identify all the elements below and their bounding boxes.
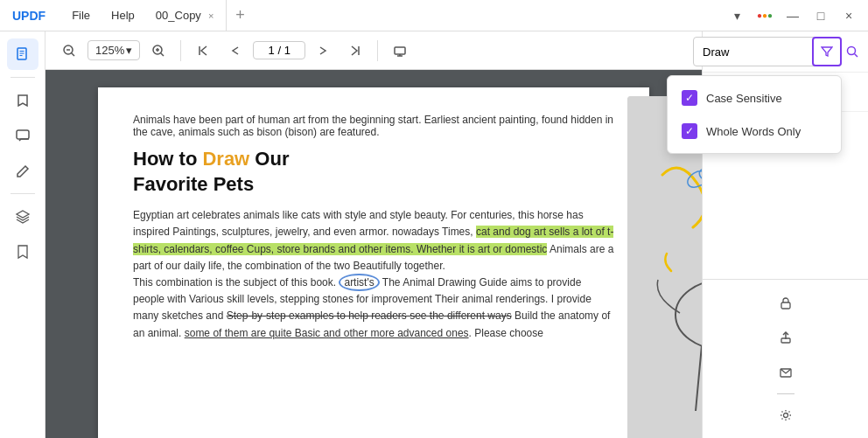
svg-rect-32 xyxy=(781,302,790,309)
filter-case-sensitive[interactable]: ✓ Case Sensitive xyxy=(668,81,841,115)
tab-close-button[interactable]: × xyxy=(206,9,215,23)
close-button[interactable]: × xyxy=(836,3,861,28)
search-row: ✓ Case Sensitive ✓ Whole Words Only xyxy=(703,31,868,73)
sidebar-divider-1 xyxy=(10,77,35,78)
toolbar-divider-2 xyxy=(377,40,378,61)
zoom-level: 125% xyxy=(95,44,124,57)
filter-dropdown: ✓ Case Sensitive ✓ Whole Words Only xyxy=(667,75,842,154)
pdf-body-p2: This combination is the subject of this … xyxy=(133,275,614,342)
pdf-body-p1: Egyptian art celebrates animals like cat… xyxy=(133,207,614,275)
underline-text: some of them are quite Basic and other m… xyxy=(185,327,469,339)
sidebar-item-bookmark2[interactable] xyxy=(7,236,38,268)
svg-line-31 xyxy=(855,54,858,58)
highlight-green-text: cat and dog art sells a lot of t-shirts,… xyxy=(133,226,613,254)
whole-words-label: Whole Words Only xyxy=(706,125,801,138)
last-page-button[interactable] xyxy=(342,38,368,64)
search-filter-button[interactable] xyxy=(812,37,842,66)
next-page-button[interactable] xyxy=(311,38,337,64)
svg-point-30 xyxy=(848,47,856,55)
sidebar-divider-2 xyxy=(10,193,35,194)
prev-page-button[interactable] xyxy=(221,38,248,64)
title-draw-word: Draw xyxy=(202,148,249,170)
zoom-out-button[interactable] xyxy=(56,38,82,64)
tab-label: 00_Copy xyxy=(156,9,201,22)
case-sensitive-label: Case Sensitive xyxy=(706,92,782,105)
page-input[interactable]: 1 / 1 xyxy=(253,41,305,59)
sidebar-item-comments[interactable] xyxy=(7,120,38,151)
new-tab-button[interactable]: + xyxy=(227,6,254,24)
filter-whole-words[interactable]: ✓ Whole Words Only xyxy=(668,115,841,148)
app-logo: UPDF xyxy=(7,9,51,23)
svg-rect-4 xyxy=(17,130,29,139)
zoom-display[interactable]: 125% ▾ xyxy=(88,40,140,60)
pdf-page: Animals have been part of human art from… xyxy=(98,87,649,438)
case-sensitive-checkbox[interactable]: ✓ xyxy=(682,90,697,106)
title-prefix: How to xyxy=(133,148,202,170)
svg-rect-14 xyxy=(395,47,405,54)
first-page-button[interactable] xyxy=(190,38,216,64)
pdf-title: How to Draw Our Favorite Pets xyxy=(133,147,614,197)
mail-icon-button[interactable] xyxy=(770,357,802,388)
circled-word: artist's xyxy=(339,274,379,291)
pdf-viewer[interactable]: Animals have been part of human art from… xyxy=(46,70,702,438)
maximize-button[interactable]: □ xyxy=(808,3,833,28)
search-execute-button[interactable] xyxy=(845,37,859,66)
sidebar-item-bookmarks[interactable] xyxy=(7,85,38,116)
right-panel-icons xyxy=(703,279,868,438)
svg-line-11 xyxy=(161,52,164,56)
rainbow-icon[interactable]: ●●● xyxy=(752,3,777,28)
pdf-intro-text: Animals have been part of human art from… xyxy=(133,114,614,138)
svg-point-35 xyxy=(783,414,788,418)
lock-icon-button[interactable] xyxy=(770,287,802,318)
sidebar-item-pages[interactable] xyxy=(7,38,38,70)
right-panel: ✓ Case Sensitive ✓ Whole Words Only Pag xyxy=(702,31,868,438)
minimize-button[interactable]: — xyxy=(780,3,805,28)
content-area: 125% ▾ xyxy=(46,31,702,438)
whole-words-checkbox[interactable]: ✓ xyxy=(682,123,697,139)
toolbar-divider-1 xyxy=(180,40,181,61)
main-layout: 125% ▾ xyxy=(0,31,868,438)
settings-icon-button[interactable] xyxy=(770,400,802,431)
share-icon-button[interactable] xyxy=(770,322,802,353)
right-panel-divider xyxy=(777,393,794,394)
title-suffix: Our xyxy=(249,148,289,170)
left-sidebar xyxy=(0,31,46,438)
search-area: ✓ Case Sensitive ✓ Whole Words Only xyxy=(693,37,842,66)
title-line2: Favorite Pets xyxy=(133,173,254,195)
svg-line-7 xyxy=(72,52,75,56)
sidebar-item-edit[interactable] xyxy=(7,155,38,186)
zoom-in-button[interactable] xyxy=(145,38,172,64)
file-menu[interactable]: File xyxy=(61,0,101,31)
help-menu[interactable]: Help xyxy=(101,0,145,31)
tabs-dropdown-button[interactable]: ▾ xyxy=(724,3,749,28)
screen-fit-button[interactable] xyxy=(387,38,413,64)
tab-00copy[interactable]: 00_Copy × xyxy=(145,0,227,31)
window-controls: ▾ ●●● — □ × xyxy=(724,3,861,28)
topbar: UPDF File Help 00_Copy × + ▾ ●●● — □ × xyxy=(0,0,868,31)
zoom-dropdown-icon: ▾ xyxy=(126,44,132,57)
sidebar-item-layers[interactable] xyxy=(7,201,38,233)
tab-area: 00_Copy × + xyxy=(145,0,724,31)
strikethrough-text: Step-by-step examples to help readers se… xyxy=(227,309,512,322)
toolbar: 125% ▾ xyxy=(46,31,702,70)
